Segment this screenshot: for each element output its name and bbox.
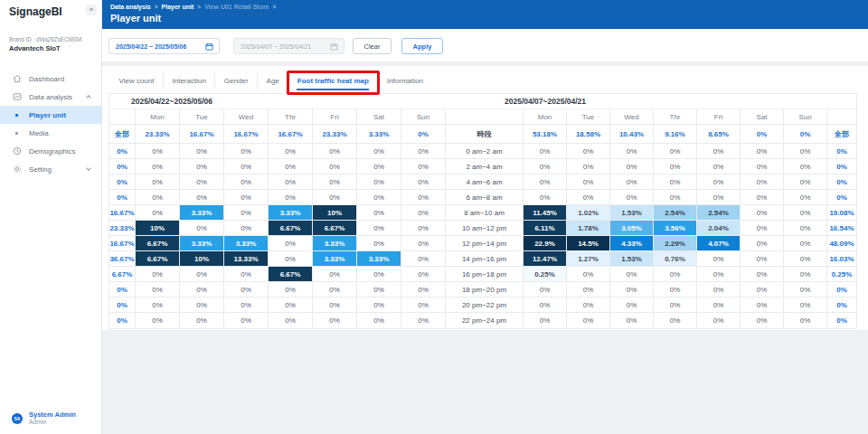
right-row-total: 0% [827,175,856,190]
table-group-header: 2025/04/22~2025/05/06 2025/04/07~2025/04… [109,94,856,109]
value-cell: 0% [741,205,784,221]
breadcrumb-item[interactable]: View U01 Retail Store [204,4,269,10]
right-row-total: 16.54% [827,221,856,236]
sidebar-item-media[interactable]: Media [0,124,101,142]
clear-button[interactable]: Clear [353,38,392,54]
value-cell: 0% [524,190,567,205]
value-cell: 0% [136,144,180,159]
value-cell: 0% [136,267,180,282]
sidebar-collapse-icon[interactable]: « [86,5,97,15]
value-cell: 0% [784,221,827,236]
value-cell: 0% [224,282,269,297]
right-row-total: 48.09% [827,236,856,251]
value-cell: 0% [654,297,697,313]
value-cell: 0% [224,313,269,328]
value-cell: 0% [697,313,741,328]
page-title: Player unit [110,13,868,24]
value-cell: 0% [610,144,654,159]
value-cell: 0% [401,190,446,205]
value-cell: 0% [654,282,697,297]
value-cell: 0% [401,175,446,190]
value-cell: 0% [180,190,224,205]
heat-cell: 6.67% [269,221,313,236]
value-cell: 0% [357,159,401,175]
value-cell: 0% [180,159,224,175]
left-period-title: 2025/04/22~2025/05/06 [109,94,483,108]
time-column-label: 時段 [446,125,524,144]
tab-foot-traffic-heat-map[interactable]: Foot traffic heat map [288,72,378,90]
value-cell: 0% [269,175,313,190]
sidebar-item-player-unit[interactable]: Player unit [0,106,101,124]
user-name: System Admin [29,410,76,419]
heat-cell: 2.54% [697,205,741,221]
right-row-total: 0% [827,159,856,175]
heat-cell: 10% [180,251,224,267]
heat-cell: 1.53% [610,205,654,221]
tab-interaction[interactable]: Interaction [164,72,215,90]
breadcrumb-item[interactable]: Player unit [162,4,194,10]
app-logo: SignageBI [9,5,62,18]
value-cell: 0% [401,221,446,236]
chevron-down-icon [86,165,91,171]
left-day-total: 3.33% [357,125,401,144]
left-day-total: 16.67% [224,125,269,144]
value-cell: 0% [567,282,610,297]
left-row-total: 0% [109,159,136,175]
day-header: Thr [654,109,697,125]
heat-cell: 3.33% [313,251,357,267]
heat-cell: 6.67% [136,251,180,267]
tab-age[interactable]: Age [258,72,288,90]
breadcrumb-item[interactable]: Data analysis [110,4,151,10]
date-range-input-compare[interactable]: 2025/04/07 ~ 2025/04/21 [233,38,344,54]
value-cell: 0% [357,267,401,282]
value-cell: 0% [567,267,610,282]
sidebar-item-setting[interactable]: Setting [0,160,101,178]
right-row-total: 0% [827,190,856,205]
value-cell: 0% [401,251,446,267]
right-day-total: 10.43% [610,125,654,144]
tab-information[interactable]: Information [378,72,431,90]
value-cell: 0% [357,144,401,159]
right-total-label: 全部 [827,125,856,144]
value-cell: 0% [567,190,610,205]
sidebar-item-label: Setting [29,165,52,174]
sidebar-item-data-analysis[interactable]: Data analysis [0,88,101,106]
day-header: Thr [269,109,313,125]
sidebar-item-dashboard[interactable]: Dashboard [0,70,101,88]
avatar[interactable]: SA [12,413,23,424]
heat-cell: 3.33% [269,205,313,221]
time-label: 22 pm~24 pm [446,313,524,328]
tab-gender[interactable]: Gender [215,72,258,90]
right-row-total: 0% [827,313,856,328]
left-day-total: 16.67% [180,125,224,144]
value-cell: 0% [313,282,357,297]
value-cell: 0% [524,313,567,328]
right-day-total: 9.16% [654,125,697,144]
sidebar-item-label: Data analysis [29,93,72,101]
right-day-total: 0% [741,125,784,144]
value-cell: 0% [313,297,357,313]
value-cell: 0% [401,313,446,328]
time-label: 16 pm~18 pm [446,267,524,282]
value-cell: 0% [136,282,180,297]
value-cell: 0% [784,144,827,159]
sidebar-item-demographics[interactable]: Demographics [0,142,101,160]
value-cell: 0% [357,297,401,313]
breadcrumb-separator: > [155,4,158,10]
value-cell: 0% [524,144,567,159]
value-cell: 0% [269,236,313,251]
value-cell: 0% [784,159,827,175]
date-range-input-active[interactable]: 2025/04/22 ~ 2025/05/06 [108,38,220,54]
value-cell: 0% [741,313,784,328]
apply-button[interactable]: Apply [401,38,443,54]
toolbar: 2025/04/22 ~ 2025/05/06 2025/04/07 ~ 202… [102,29,868,61]
value-cell: 0% [224,267,269,282]
value-cell: 0% [224,175,269,190]
day-header: Sat [741,109,784,125]
left-day-total: 23.33% [136,125,180,144]
tab-view-count[interactable]: View count [110,72,164,90]
value-cell: 0% [697,190,741,205]
heat-cell: 10% [313,205,357,221]
heat-cell: 2.04% [697,221,741,236]
value-cell: 0% [610,282,654,297]
